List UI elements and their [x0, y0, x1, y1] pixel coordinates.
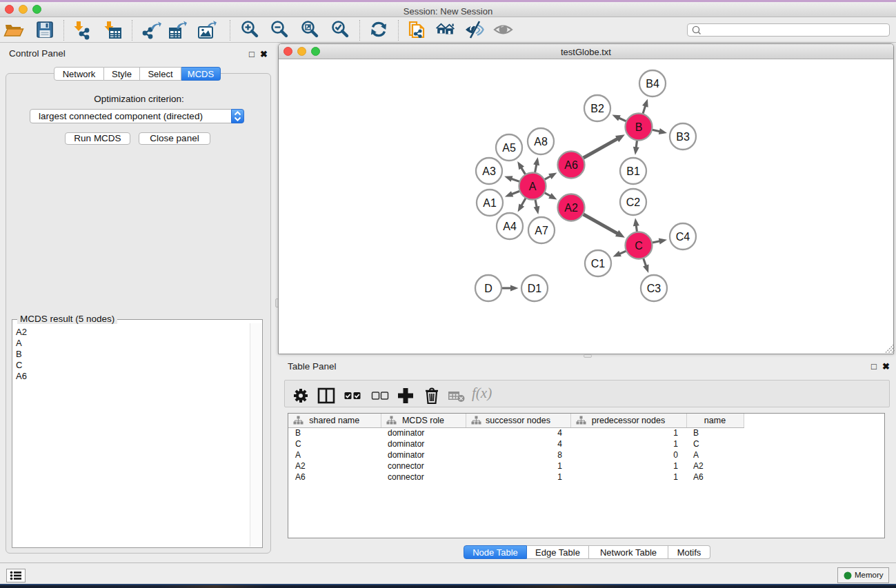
svg-text:C: C: [635, 240, 643, 252]
svg-text:D: D: [484, 283, 492, 294]
svg-text:A4: A4: [503, 221, 517, 232]
svg-text:D1: D1: [528, 283, 542, 294]
svg-text:A8: A8: [534, 136, 548, 148]
svg-text:A6: A6: [564, 159, 578, 171]
svg-text:C1: C1: [591, 258, 606, 270]
svg-text:A5: A5: [502, 142, 516, 154]
svg-text:A7: A7: [535, 225, 548, 236]
svg-text:A1: A1: [483, 197, 497, 209]
svg-text:B2: B2: [590, 103, 604, 114]
svg-text:C2: C2: [626, 196, 641, 208]
svg-text:B1: B1: [626, 165, 640, 177]
svg-text:A3: A3: [482, 165, 496, 177]
svg-text:B: B: [635, 121, 643, 133]
svg-text:C3: C3: [647, 283, 661, 294]
svg-text:A2: A2: [564, 202, 578, 214]
svg-text:B3: B3: [676, 131, 690, 143]
svg-text:C4: C4: [676, 231, 690, 243]
svg-text:A: A: [529, 181, 537, 192]
svg-text:B4: B4: [646, 78, 659, 90]
